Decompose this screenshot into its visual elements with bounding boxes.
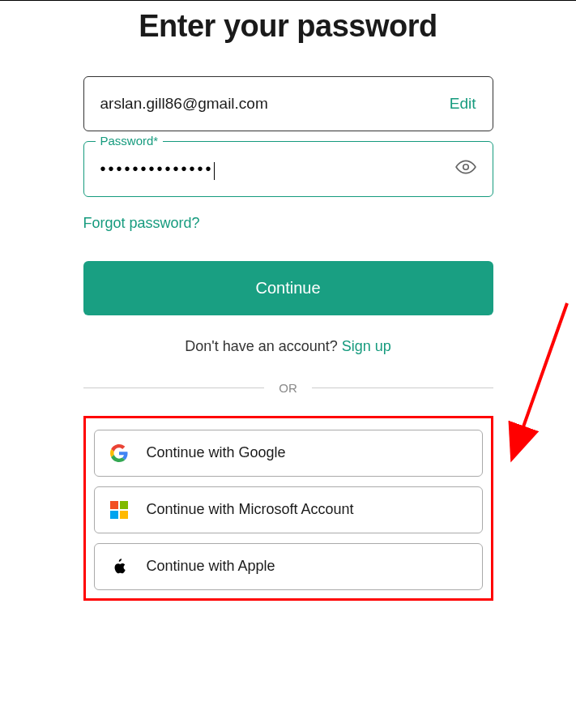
divider-line-right: [312, 388, 493, 388]
signup-link[interactable]: Sign up: [342, 338, 391, 354]
svg-point-0: [463, 165, 468, 170]
microsoft-icon: [109, 500, 129, 520]
apple-label: Continue with Apple: [147, 558, 275, 575]
divider-line-left: [83, 388, 265, 388]
continue-apple-button[interactable]: Continue with Apple: [94, 543, 483, 590]
signup-prompt-text: Don't have an account?: [185, 338, 338, 354]
email-display: arslan.gill86@gmail.com Edit: [83, 76, 493, 131]
continue-google-button[interactable]: Continue with Google: [94, 430, 483, 477]
signup-prompt: Don't have an account? Sign up: [83, 338, 493, 355]
password-input-wrapper[interactable]: Password* ••••••••••••••: [83, 141, 493, 197]
google-label: Continue with Google: [147, 444, 286, 461]
microsoft-label: Continue with Microsoft Account: [147, 501, 354, 518]
forgot-password-link[interactable]: Forgot password?: [83, 215, 493, 232]
edit-email-link[interactable]: Edit: [450, 95, 476, 113]
eye-icon[interactable]: [455, 156, 476, 181]
password-label: Password*: [96, 134, 164, 148]
continue-button[interactable]: Continue: [83, 261, 493, 315]
continue-microsoft-button[interactable]: Continue with Microsoft Account: [94, 486, 483, 533]
social-login-section: Continue with Google Continue with Micro…: [83, 416, 493, 601]
page-title: Enter your password: [83, 9, 493, 44]
email-value: arslan.gill86@gmail.com: [100, 95, 268, 113]
apple-icon: [109, 557, 129, 576]
svg-line-2: [513, 303, 567, 456]
google-icon: [109, 443, 129, 463]
divider-label: OR: [264, 381, 312, 395]
password-input[interactable]: ••••••••••••••: [100, 160, 214, 178]
text-cursor: [214, 162, 215, 180]
or-divider: OR: [83, 381, 493, 395]
